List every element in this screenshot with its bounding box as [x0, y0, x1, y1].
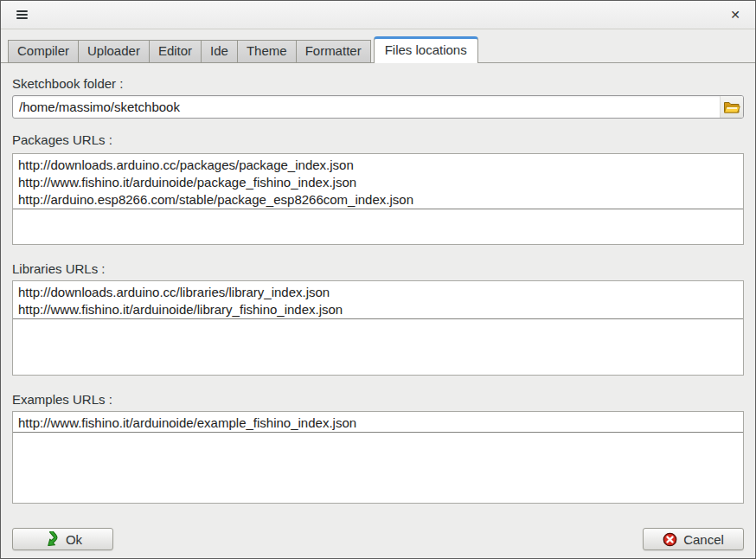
url-line: http://downloads.arduino.cc/packages/pac… — [18, 157, 738, 174]
url-line: http://www.fishino.it/arduinoide/package… — [18, 174, 738, 191]
cancel-x-icon — [663, 532, 677, 547]
ok-button[interactable]: Ok — [12, 528, 113, 550]
libraries-urls-lines: http://downloads.arduino.cc/libraries/li… — [13, 281, 743, 319]
sketchbook-folder-input[interactable] — [13, 96, 720, 118]
packages-urls-textarea[interactable]: http://downloads.arduino.cc/packages/pac… — [12, 153, 744, 245]
packages-urls-lines: http://downloads.arduino.cc/packages/pac… — [13, 154, 743, 209]
libraries-urls-label: Libraries URLs : — [12, 261, 744, 277]
examples-urls-label: Examples URLs : — [12, 392, 744, 408]
cancel-button-label: Cancel — [683, 532, 724, 547]
folder-icon — [723, 100, 740, 114]
browse-folder-button[interactable] — [720, 96, 743, 118]
libraries-urls-textarea[interactable]: http://downloads.arduino.cc/libraries/li… — [12, 280, 744, 376]
dialog-button-row: Ok Cancel — [12, 528, 744, 550]
ok-button-label: Ok — [66, 532, 82, 547]
tab-editor[interactable]: Editor — [149, 40, 201, 63]
tab-uploader[interactable]: Uploader — [78, 40, 149, 63]
menu-button[interactable] — [13, 6, 30, 23]
tab-ide[interactable]: Ide — [201, 40, 237, 63]
cancel-button[interactable]: Cancel — [643, 528, 744, 550]
tab-bar: Compiler Uploader Editor Ide Theme Forma… — [1, 36, 755, 63]
titlebar: ✕ — [1, 1, 755, 29]
files-locations-panel: Sketchbook folder : Packages URLs : http… — [1, 76, 755, 504]
url-line: http://downloads.arduino.cc/libraries/li… — [18, 284, 738, 301]
hamburger-icon — [16, 9, 28, 21]
examples-urls-lines: http://www.fishino.it/arduinoide/example… — [13, 412, 743, 433]
url-line: http://www.fishino.it/arduinoide/library… — [18, 301, 738, 318]
sketchbook-folder-label: Sketchbook folder : — [12, 76, 744, 92]
tab-theme[interactable]: Theme — [237, 40, 296, 63]
sketchbook-folder-entry — [12, 95, 744, 119]
examples-urls-textarea[interactable]: http://www.fishino.it/arduinoide/example… — [12, 411, 744, 504]
close-button[interactable]: ✕ — [727, 7, 743, 22]
ok-arrow-icon — [43, 531, 60, 548]
tab-compiler[interactable]: Compiler — [8, 40, 78, 63]
tab-files-locations[interactable]: Files locations — [374, 36, 478, 63]
url-line: http://arduino.esp8266.com/stable/packag… — [18, 191, 738, 209]
tab-formatter[interactable]: Formatter — [296, 40, 371, 63]
url-line: http://www.fishino.it/arduinoide/example… — [18, 414, 738, 432]
packages-urls-label: Packages URLs : — [12, 132, 744, 148]
